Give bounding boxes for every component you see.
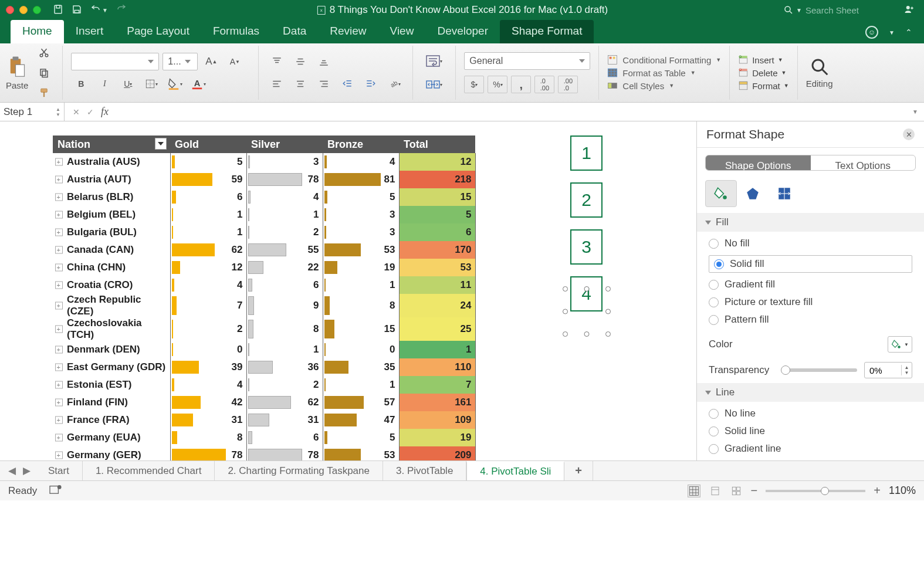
- filter-dropdown-icon[interactable]: [155, 138, 167, 150]
- sheet-tab[interactable]: 4. PivotTable Sli: [466, 461, 564, 480]
- gold-cell[interactable]: 4: [170, 376, 246, 394]
- total-cell[interactable]: 53: [399, 259, 475, 276]
- increase-decimal-icon[interactable]: .0.00: [534, 76, 554, 93]
- nation-cell[interactable]: Czech Republic (CZE): [53, 294, 170, 317]
- align-left-icon[interactable]: [267, 75, 287, 93]
- page-break-view-icon[interactable]: [730, 485, 743, 497]
- table-row[interactable]: Bulgaria (BUL)1236: [53, 223, 475, 241]
- increase-indent-icon[interactable]: [361, 75, 381, 93]
- radio-gradient-line[interactable]: Gradient line: [709, 443, 912, 455]
- wrap-text-icon[interactable]: ▾: [421, 52, 447, 70]
- expand-formula-bar-icon[interactable]: ▼: [912, 109, 924, 115]
- nation-cell[interactable]: France (FRA): [53, 411, 170, 429]
- bronze-cell[interactable]: 4: [323, 153, 399, 171]
- tab-shape-options[interactable]: Shape Options: [706, 155, 811, 170]
- header-gold[interactable]: Gold: [170, 136, 246, 153]
- tab-text-options[interactable]: Text Options: [811, 155, 916, 170]
- decrease-decimal-icon[interactable]: .00.0: [558, 76, 578, 93]
- close-window-button[interactable]: [6, 6, 14, 14]
- nation-cell[interactable]: Belarus (BLR): [53, 188, 170, 206]
- table-row[interactable]: Czechoslovakia (TCH)281525: [53, 317, 475, 341]
- table-row[interactable]: Denmark (DEN)0101: [53, 341, 475, 358]
- nation-cell[interactable]: Finland (FIN): [53, 394, 170, 411]
- total-cell[interactable]: 7: [399, 376, 475, 394]
- zoom-in-button[interactable]: +: [874, 484, 881, 497]
- sheet-tab[interactable]: Start: [35, 461, 83, 480]
- silver-cell[interactable]: 78: [246, 446, 323, 460]
- silver-cell[interactable]: 55: [246, 241, 323, 259]
- font-family-select[interactable]: [71, 53, 159, 70]
- header-silver[interactable]: Silver: [246, 136, 323, 153]
- maximize-window-button[interactable]: [33, 6, 41, 14]
- gold-cell[interactable]: 59: [170, 171, 246, 188]
- total-cell[interactable]: 15: [399, 188, 475, 206]
- tab-shape-format[interactable]: Shape Format: [500, 20, 594, 43]
- format-cells-button[interactable]: Format▼: [738, 80, 788, 91]
- bronze-cell[interactable]: 81: [323, 171, 399, 188]
- save-as-icon[interactable]: [72, 4, 82, 16]
- silver-cell[interactable]: 78: [246, 171, 323, 188]
- total-cell[interactable]: 6: [399, 223, 475, 241]
- gold-cell[interactable]: 12: [170, 259, 246, 276]
- bronze-cell[interactable]: 5: [323, 188, 399, 206]
- decrease-font-icon[interactable]: A▼: [225, 53, 245, 70]
- gold-cell[interactable]: 39: [170, 358, 246, 376]
- total-cell[interactable]: 5: [399, 206, 475, 223]
- radio-solid-line[interactable]: Solid line: [709, 425, 912, 437]
- silver-cell[interactable]: 6: [246, 429, 323, 446]
- gold-cell[interactable]: 62: [170, 241, 246, 259]
- feedback-icon[interactable]: ☺: [865, 26, 878, 39]
- gold-cell[interactable]: 1: [170, 206, 246, 223]
- gold-cell[interactable]: 7: [170, 294, 246, 317]
- shape-selection-handles[interactable]: [566, 289, 608, 334]
- redo-icon[interactable]: [116, 4, 127, 16]
- bronze-cell[interactable]: 8: [323, 294, 399, 317]
- nation-cell[interactable]: Australia (AUS): [53, 153, 170, 171]
- bronze-cell[interactable]: 1: [323, 376, 399, 394]
- silver-cell[interactable]: 4: [246, 188, 323, 206]
- silver-cell[interactable]: 2: [246, 223, 323, 241]
- align-top-icon[interactable]: [267, 53, 287, 70]
- zoom-value[interactable]: 110%: [889, 485, 916, 497]
- tab-developer[interactable]: Developer: [425, 20, 500, 43]
- bold-button[interactable]: B: [71, 75, 91, 93]
- fill-line-tab-icon[interactable]: [705, 180, 737, 207]
- table-row[interactable]: Germany (EUA)86519: [53, 429, 475, 446]
- cell-styles-button[interactable]: Cell Styles▼: [607, 80, 721, 91]
- tab-review[interactable]: Review: [318, 20, 378, 43]
- transparency-input[interactable]: [865, 365, 901, 376]
- line-section-header[interactable]: Line: [697, 383, 924, 402]
- tab-insert[interactable]: Insert: [64, 20, 116, 43]
- cancel-formula-icon[interactable]: ✕: [73, 107, 80, 117]
- nation-cell[interactable]: East Germany (GDR): [53, 358, 170, 376]
- table-row[interactable]: Australia (AUS)53412: [53, 153, 475, 171]
- delete-cells-button[interactable]: ×Delete▼: [738, 67, 788, 78]
- header-total[interactable]: Total: [399, 136, 475, 153]
- fx-icon[interactable]: fx: [101, 106, 109, 118]
- prev-sheet-button[interactable]: ◀: [8, 465, 16, 477]
- bronze-cell[interactable]: 1: [323, 276, 399, 294]
- fill-color-picker[interactable]: ▼: [888, 336, 912, 353]
- orientation-icon[interactable]: ab▾: [384, 75, 404, 93]
- next-sheet-button[interactable]: ▶: [23, 465, 31, 477]
- total-cell[interactable]: 161: [399, 394, 475, 411]
- currency-icon[interactable]: $▾: [464, 76, 484, 93]
- editing-button[interactable]: Editing: [806, 57, 833, 89]
- fill-section-header[interactable]: Fill: [697, 213, 924, 232]
- page-layout-view-icon[interactable]: [709, 485, 722, 497]
- silver-cell[interactable]: 1: [246, 341, 323, 358]
- name-box[interactable]: Step 1 ▲▼: [0, 103, 65, 121]
- gold-cell[interactable]: 4: [170, 276, 246, 294]
- align-bottom-icon[interactable]: [314, 53, 334, 70]
- total-cell[interactable]: 110: [399, 358, 475, 376]
- bronze-cell[interactable]: 0: [323, 341, 399, 358]
- percent-icon[interactable]: %▾: [488, 76, 507, 93]
- share-button[interactable]: [904, 4, 915, 16]
- normal-view-icon[interactable]: [688, 485, 700, 497]
- gold-cell[interactable]: 0: [170, 341, 246, 358]
- slicer-step-3[interactable]: 3: [570, 229, 603, 265]
- macro-record-icon[interactable]: [49, 484, 62, 497]
- transparency-stepper[interactable]: ▲▼: [864, 362, 912, 378]
- table-row[interactable]: Finland (FIN)426257161: [53, 394, 475, 411]
- nation-cell[interactable]: Canada (CAN): [53, 241, 170, 259]
